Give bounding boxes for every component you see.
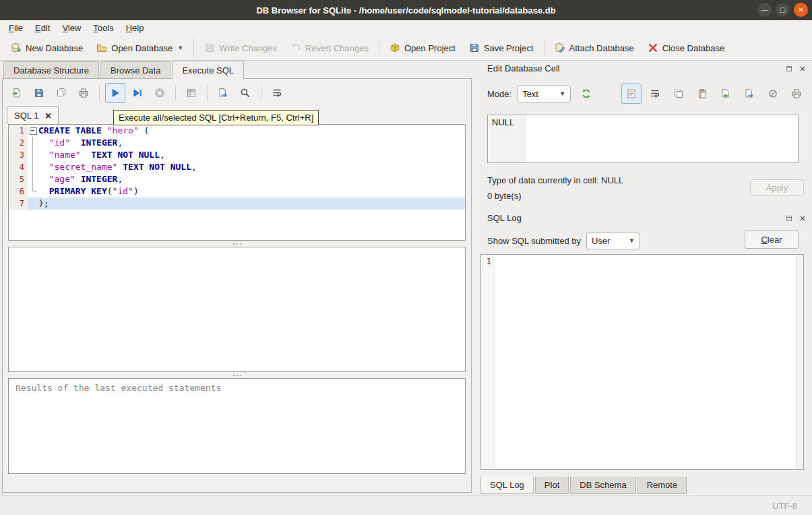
word-wrap-button[interactable] <box>645 84 665 104</box>
chevron-down-icon: ▼ <box>559 90 565 97</box>
copy-button[interactable] <box>668 84 689 104</box>
save-project-button[interactable]: Save Project <box>462 38 540 57</box>
dock-panel: Edit Database Cell Mode: Text ▼ NULL Typ… <box>475 61 812 495</box>
save-results-button[interactable] <box>181 83 201 103</box>
chevron-down-icon: ▼ <box>629 237 635 244</box>
export-sql-button[interactable] <box>213 83 233 103</box>
revert-changes-icon <box>290 42 301 53</box>
results-message-area[interactable]: Results of the last executed statements <box>8 378 466 474</box>
sql-log-filter-value: User <box>592 236 610 246</box>
open-sql-file-button[interactable] <box>7 83 27 103</box>
export-blob-button[interactable] <box>739 84 759 104</box>
code-text: ); <box>38 198 465 210</box>
toolbar-button-label: Write Changes <box>219 43 277 53</box>
word-wrap-button[interactable] <box>267 83 287 103</box>
sql-log-filter-row: Show SQL submitted by User ▼ Clear <box>487 231 807 251</box>
maximize-button[interactable]: ▢ <box>776 3 790 17</box>
toolbar-separator <box>207 85 208 101</box>
editor-line: 2 "id" INTEGER, <box>9 137 465 149</box>
print-button[interactable] <box>786 84 807 104</box>
line-number: 3 <box>9 149 28 161</box>
menu-file[interactable]: File <box>3 21 29 35</box>
save-sql-as-button[interactable] <box>51 83 71 103</box>
menu-edit[interactable]: Edit <box>29 21 56 35</box>
close-database-button[interactable]: Close Database <box>641 38 732 57</box>
open-database-button[interactable]: Open Database▼ <box>90 38 190 57</box>
write-changes-button[interactable]: Write Changes <box>197 38 284 57</box>
toolbar-button-label: Open Project <box>404 43 456 53</box>
sql-editor-tab[interactable]: SQL 1 ✕ <box>7 107 59 124</box>
text-view-button[interactable] <box>621 84 642 104</box>
sql-log-filter-select[interactable]: User ▼ <box>586 233 640 249</box>
tab-sql-log[interactable]: SQL Log <box>480 477 534 494</box>
tab-database-structure[interactable]: Database Structure <box>3 61 99 79</box>
minimize-button[interactable]: — <box>757 3 772 17</box>
central-panel: Database StructureBrowse DataExecute SQL… <box>0 61 475 495</box>
print-button[interactable] <box>73 83 94 103</box>
dock-float-button[interactable] <box>784 213 794 224</box>
close-icon <box>799 65 807 73</box>
sql-log-view[interactable]: 1 <box>480 254 804 470</box>
open-project-button[interactable]: Open Project <box>383 38 462 57</box>
fold-guide <box>28 185 38 198</box>
save-sql-file-button[interactable] <box>29 83 49 103</box>
stop-button[interactable] <box>150 83 170 103</box>
import-blob-icon <box>720 88 731 99</box>
attach-database-button[interactable]: Attach Database <box>548 38 641 57</box>
tab-execute-sql[interactable]: Execute SQL <box>172 61 244 79</box>
fold-guide <box>28 198 38 210</box>
close-icon <box>799 214 807 222</box>
line-number: 6 <box>9 185 28 198</box>
float-icon <box>785 65 793 73</box>
dock-close-button[interactable] <box>797 213 808 224</box>
set-null-button[interactable] <box>763 84 783 104</box>
copy-icon <box>673 88 684 99</box>
import-blob-button[interactable] <box>716 84 736 104</box>
menu-help[interactable]: Help <box>120 21 150 35</box>
auto-switch-mode-button[interactable] <box>576 84 596 104</box>
paste-button[interactable] <box>692 84 712 104</box>
line-number: 7 <box>9 198 28 210</box>
close-button[interactable]: ✕ <box>794 3 808 17</box>
fold-guide <box>28 161 38 173</box>
splitter-handle[interactable] <box>3 372 471 378</box>
fold-marker-icon[interactable] <box>28 125 38 137</box>
tab-plot[interactable]: Plot <box>535 477 569 494</box>
toolbar-separator <box>544 38 544 57</box>
statusbar: UTF-8 <box>0 495 812 515</box>
fold-guide <box>28 173 38 185</box>
execute-all-button[interactable] <box>105 83 125 103</box>
cell-mode-row: Mode: Text ▼ <box>487 84 807 104</box>
line-number: 5 <box>9 173 28 185</box>
sql-tab-close-button[interactable]: ✕ <box>44 112 51 120</box>
apply-button[interactable]: Apply <box>750 179 804 196</box>
cell-icon-row <box>621 84 807 104</box>
code-text: "name" TEXT NOT NULL, <box>38 149 465 161</box>
menu-view[interactable]: View <box>56 21 87 35</box>
toolbar-button-label: Open Database <box>111 43 173 53</box>
sql-log-dock-title: SQL Log <box>487 213 522 223</box>
menu-tools[interactable]: Tools <box>87 21 119 35</box>
tab-db-schema[interactable]: DB Schema <box>570 477 635 494</box>
dock-close-button[interactable] <box>797 63 808 74</box>
tab-browse-data[interactable]: Browse Data <box>100 61 170 79</box>
execute-line-button[interactable] <box>127 83 148 103</box>
find-replace-button[interactable] <box>235 83 255 103</box>
new-database-button[interactable]: New Database <box>4 38 90 57</box>
clear-log-button[interactable]: Clear <box>745 231 799 249</box>
fold-guide <box>28 149 38 161</box>
mode-select[interactable]: Text ▼ <box>517 86 571 102</box>
sql-log-filter-label: Show SQL submitted by <box>487 236 581 246</box>
attach-database-icon <box>555 42 565 53</box>
scrollbar[interactable] <box>796 255 803 469</box>
results-grid[interactable] <box>8 247 466 372</box>
revert-changes-button[interactable]: Revert Changes <box>284 38 375 57</box>
cell-editor[interactable]: NULL <box>487 115 799 163</box>
splitter-handle[interactable] <box>3 241 471 247</box>
open-database-icon <box>96 42 107 53</box>
dock-float-button[interactable] <box>784 63 794 74</box>
tab-remote[interactable]: Remote <box>637 477 687 494</box>
sql-editor[interactable]: 1CREATE TABLE "hero" (2 "id" INTEGER,3 "… <box>8 124 466 241</box>
mode-select-value: Text <box>522 89 538 99</box>
mode-label: Mode: <box>487 89 511 99</box>
